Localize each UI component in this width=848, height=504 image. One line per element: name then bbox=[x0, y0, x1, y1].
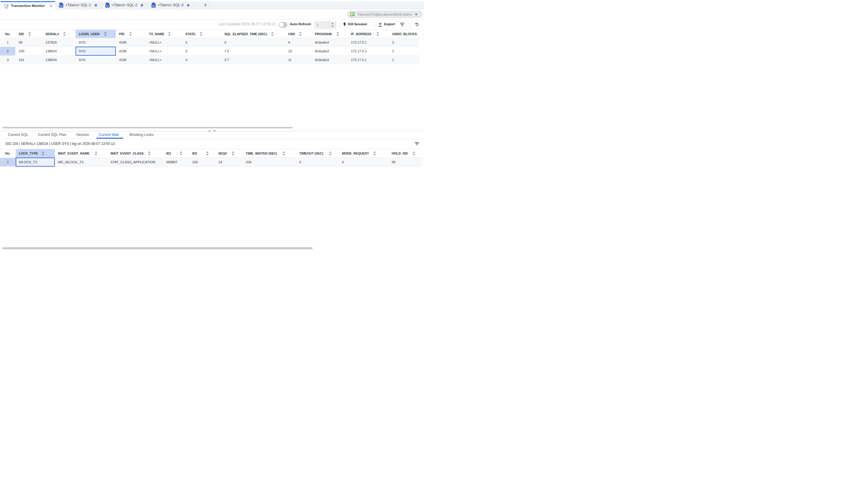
svg-text:SQL: SQL bbox=[59, 5, 63, 7]
svg-text:SQL: SQL bbox=[152, 5, 156, 7]
svg-text:SQL: SQL bbox=[105, 5, 109, 7]
